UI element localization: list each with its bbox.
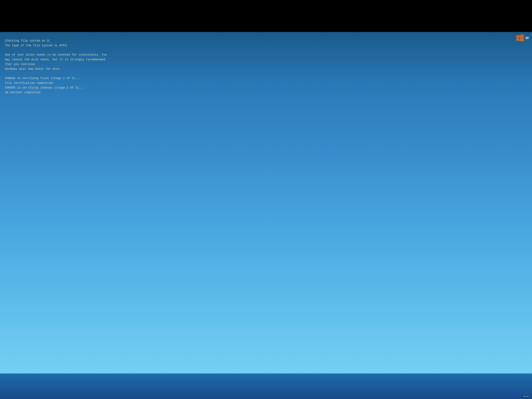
chkdsk-line9: CHKDSK is verifying files (stage 1 of 3)… [5, 77, 81, 80]
chkdsk-content: Checking file system on D: The type of t… [0, 32, 532, 374]
chkdsk-line7: Windows will now check the disk. [5, 67, 61, 70]
main-screen: W Checking file system on D: The type of… [0, 32, 532, 399]
windows-logo-icon [516, 34, 524, 42]
chkdsk-line10: File verification completed. [5, 81, 54, 85]
windows-text: W [525, 36, 529, 40]
chkdsk-line1: Checking file system on D: [5, 39, 51, 42]
top-black-bar [0, 0, 532, 32]
bottom-bar [0, 373, 532, 399]
watermark-text: 系统帮分 [522, 395, 531, 398]
chkdsk-line4: One of your disks needs to be checked fo… [5, 53, 107, 56]
chkdsk-line2: The type of the file system is NTFS. [5, 44, 68, 47]
chkdsk-line6: that you continue. [5, 63, 37, 66]
chkdsk-line5: may cancel the disk check, but it is str… [5, 58, 105, 61]
windows-logo-area: W [516, 34, 529, 42]
screen-container: W Checking file system on D: The type of… [0, 0, 532, 399]
chkdsk-line12: 10 percent completed. [5, 91, 42, 94]
chkdsk-line11: CHKDSK is verifying indexes (stage 2 of … [5, 86, 84, 89]
chkdsk-output: Checking file system on D: The type of t… [5, 38, 527, 95]
